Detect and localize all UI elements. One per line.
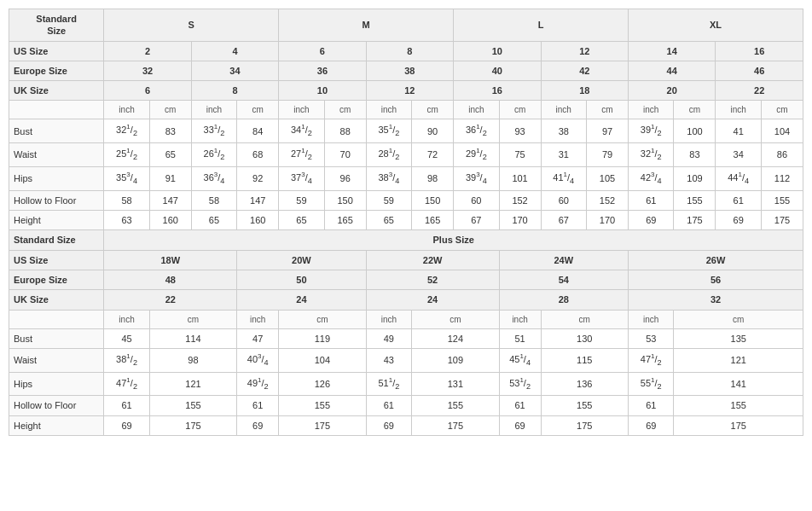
unit-inch-8: inch [716, 101, 761, 119]
bust-22w-inch: 49 [366, 328, 411, 348]
eu-52: 52 [366, 270, 499, 289]
waist-34-inch: 261/2 [191, 143, 236, 167]
us-size-label: US Size [9, 41, 104, 61]
waist-40-inch: 291/2 [454, 143, 499, 167]
hips-32-cm: 91 [149, 167, 191, 191]
hollow-label: Hollow to Floor [9, 190, 104, 210]
standard-size-label-2: Standard Size [9, 230, 104, 250]
hollow-18w-inch: 61 [104, 396, 149, 415]
hollow-m8-inch: 59 [366, 190, 411, 210]
uk-18: 18 [541, 81, 628, 101]
section2-header-row: Standard Size Plus Size [9, 230, 803, 250]
uk-16: 16 [454, 81, 541, 101]
hollow-24w-inch: 61 [499, 396, 541, 415]
height-label-s1: Height [9, 211, 104, 230]
height-l12-inch: 67 [541, 211, 586, 230]
unit-plus-inch-5: inch [629, 310, 674, 328]
unit-plus-cm-5: cm [674, 310, 803, 328]
hips-32-inch: 353/4 [104, 167, 149, 191]
waist-38-cm: 72 [412, 143, 454, 167]
hips-34-inch: 363/4 [191, 167, 236, 191]
hollow-l10-cm: 152 [499, 190, 541, 210]
hips-40-inch: 393/4 [454, 167, 499, 191]
bust-40-cm: 93 [499, 119, 541, 143]
height-20w-cm: 175 [279, 415, 366, 435]
unit-cm-8: cm [761, 101, 803, 119]
height-row-s1: Height 63 160 65 160 65 165 65 165 67 17… [9, 211, 803, 230]
eu-50: 50 [237, 270, 366, 289]
hollow-l12-cm: 152 [586, 190, 628, 210]
waist-26w-inch: 471/2 [629, 348, 674, 372]
hips-26w-inch: 551/2 [629, 372, 674, 396]
plus-size-label: Plus Size [104, 230, 803, 250]
hollow-24w-cm: 155 [541, 396, 628, 415]
hollow-26w-inch: 61 [629, 396, 674, 415]
height-s4-inch: 65 [191, 211, 236, 230]
unit-inch-3: inch [279, 101, 324, 119]
bust-plus-label: Bust [9, 328, 104, 348]
uk-20: 20 [629, 81, 716, 101]
hips-44-cm: 109 [674, 167, 716, 191]
bust-36-cm: 88 [324, 119, 366, 143]
unit-row-s1: inch cm inch cm inch cm inch cm inch cm … [9, 101, 803, 119]
unit-inch-1: inch [104, 101, 149, 119]
height-26w-cm: 175 [674, 415, 803, 435]
waist-22w-inch: 43 [366, 348, 411, 372]
waist-22w-cm: 109 [412, 348, 499, 372]
bust-26w-cm: 135 [674, 328, 803, 348]
waist-20w-cm: 104 [279, 348, 366, 372]
bust-44-cm: 100 [674, 119, 716, 143]
bust-46-inch: 41 [716, 119, 761, 143]
hips-plus-label: Hips [9, 372, 104, 396]
hollow-s2-inch: 58 [104, 190, 149, 210]
bust-44-inch: 391/2 [629, 119, 674, 143]
bust-38-inch: 351/2 [366, 119, 411, 143]
hollow-s2-cm: 147 [149, 190, 191, 210]
xl-group: XL [629, 9, 803, 42]
europe-size-plus-label: Europe Size [9, 270, 104, 289]
us-20w: 20W [237, 250, 366, 270]
unit-cm-7: cm [674, 101, 716, 119]
unit-inch-6: inch [541, 101, 586, 119]
hips-44-inch: 423/4 [629, 167, 674, 191]
waist-36-cm: 70 [324, 143, 366, 167]
hips-40-cm: 101 [499, 167, 541, 191]
height-20w-inch: 69 [237, 415, 279, 435]
size-chart-container: StandardSize S M L XL US Size 2 4 6 8 10… [0, 0, 812, 444]
height-26w-inch: 69 [629, 415, 674, 435]
unit-inch-7: inch [629, 101, 674, 119]
waist-38-inch: 281/2 [366, 143, 411, 167]
unit-inch-4: inch [366, 101, 411, 119]
height-s2-inch: 63 [104, 211, 149, 230]
waist-40-cm: 75 [499, 143, 541, 167]
height-m6-inch: 65 [279, 211, 324, 230]
uk-24-plus: 24 [237, 290, 366, 310]
us-10: 10 [454, 41, 541, 61]
unit-row-plus: inch cm inch cm inch cm inch cm inch cm [9, 310, 803, 328]
eu-40: 40 [454, 61, 541, 80]
hollow-l12-inch: 60 [541, 190, 586, 210]
waist-42-inch: 31 [541, 143, 586, 167]
hips-24w-cm: 136 [541, 372, 628, 396]
hollow-22w-inch: 61 [366, 396, 411, 415]
height-xl16-cm: 175 [761, 211, 803, 230]
height-l10-inch: 67 [454, 211, 499, 230]
hips-20w-cm: 126 [279, 372, 366, 396]
hips-36-inch: 373/4 [279, 167, 324, 191]
height-row-plus: Height 69 175 69 175 69 175 69 175 69 17… [9, 415, 803, 435]
eu-34: 34 [191, 61, 278, 80]
waist-row-plus: Waist 381/2 98 403/4 104 43 109 451/4 11… [9, 348, 803, 372]
us-6: 6 [279, 41, 366, 61]
hips-34-cm: 92 [237, 167, 279, 191]
us-24w: 24W [499, 250, 628, 270]
us-22w: 22W [366, 250, 499, 270]
bust-26w-inch: 53 [629, 328, 674, 348]
height-xl14-inch: 69 [629, 211, 674, 230]
waist-32-cm: 65 [149, 143, 191, 167]
bust-18w-cm: 114 [149, 328, 236, 348]
uk-32-plus: 32 [629, 290, 803, 310]
height-18w-inch: 69 [104, 415, 149, 435]
bust-24w-inch: 51 [499, 328, 541, 348]
hollow-xl14-inch: 61 [629, 190, 674, 210]
unit-empty-plus [9, 310, 104, 328]
